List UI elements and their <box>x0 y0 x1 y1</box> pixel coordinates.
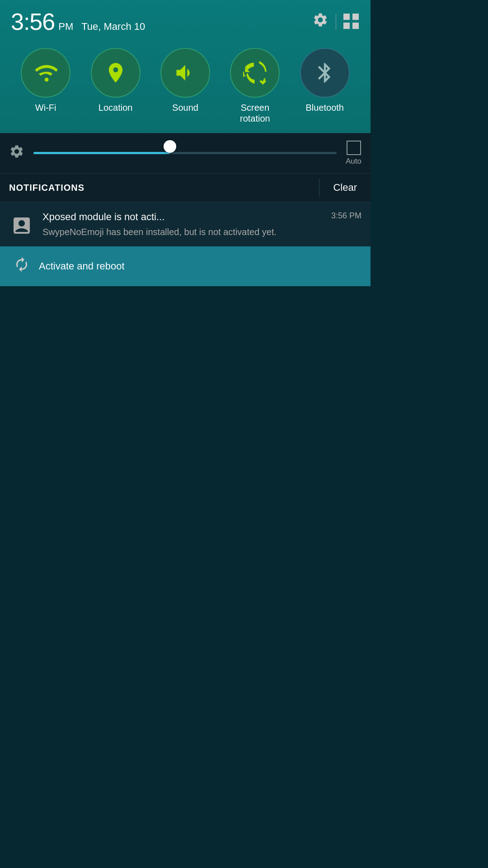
notification-title-row: Xposed module is not acti... 3:56 PM <box>42 211 361 223</box>
notification-title: Xposed module is not acti... <box>42 211 327 223</box>
svg-point-0 <box>45 78 49 82</box>
toggle-label-sound: Sound <box>172 102 198 113</box>
notifications-title: NOTIFICATIONS <box>0 175 319 201</box>
notification-app-icon <box>9 213 34 238</box>
brightness-icon[interactable] <box>9 144 24 163</box>
brightness-row: Auto <box>0 133 371 173</box>
toggle-circle-wifi[interactable] <box>21 48 70 98</box>
action-label: Activate and reboot <box>39 260 125 272</box>
toggle-circle-sound[interactable] <box>160 48 210 98</box>
notification-content: Xposed module is not acti... 3:56 PM Swy… <box>42 211 361 238</box>
status-icons <box>312 12 360 32</box>
toggle-label-screen-rotation: Screen rotation <box>240 102 270 124</box>
slider-fill <box>33 152 170 154</box>
notifications-header: NOTIFICATIONS Clear <box>0 173 371 202</box>
toggle-bluetooth[interactable]: Bluetooth <box>293 48 357 113</box>
toggle-circle-screen-rotation[interactable] <box>230 48 280 98</box>
auto-brightness-checkbox[interactable] <box>347 141 361 155</box>
date-display: Tue, March 10 <box>81 21 145 33</box>
grid-icon[interactable] <box>343 14 360 30</box>
toggle-label-wifi: Wi-Fi <box>35 102 56 113</box>
status-row: 3:56 PM Tue, March 10 <box>11 8 360 43</box>
quick-toggles: Wi-Fi Location Sound <box>11 43 360 133</box>
notification-main: Xposed module is not acti... 3:56 PM Swy… <box>9 211 361 246</box>
toggle-sound[interactable]: Sound <box>154 48 217 113</box>
icon-divider <box>336 14 336 30</box>
clock-ampm: PM <box>58 21 73 33</box>
background-area <box>0 286 371 868</box>
notification-body: SwypeNoEmoji has been installed, but is … <box>42 227 277 237</box>
toggle-location[interactable]: Location <box>84 48 147 113</box>
notification-card: Xposed module is not acti... 3:56 PM Swy… <box>0 202 371 286</box>
auto-brightness-label: Auto <box>346 157 361 166</box>
toggle-circle-location[interactable] <box>91 48 141 98</box>
slider-thumb[interactable] <box>164 140 176 153</box>
toggle-screen-rotation[interactable]: Screen rotation <box>223 48 286 124</box>
toggle-wifi[interactable]: Wi-Fi <box>14 48 77 113</box>
toggle-circle-bluetooth[interactable] <box>300 48 350 98</box>
clear-notifications-button[interactable]: Clear <box>319 174 371 202</box>
toggle-label-bluetooth: Bluetooth <box>305 102 344 113</box>
toggle-label-location: Location <box>99 102 133 113</box>
settings-icon[interactable] <box>312 12 328 32</box>
time-section: 3:56 PM Tue, March 10 <box>11 8 145 35</box>
activate-reboot-button[interactable]: Activate and reboot <box>0 246 371 286</box>
slider-track <box>33 152 337 154</box>
status-bar: 3:56 PM Tue, March 10 <box>0 0 371 133</box>
auto-brightness-section[interactable]: Auto <box>346 141 361 166</box>
brightness-slider[interactable] <box>33 152 337 155</box>
clock-time: 3:56 <box>11 8 55 35</box>
notification-time: 3:56 PM <box>331 211 361 221</box>
reboot-icon <box>14 256 30 276</box>
